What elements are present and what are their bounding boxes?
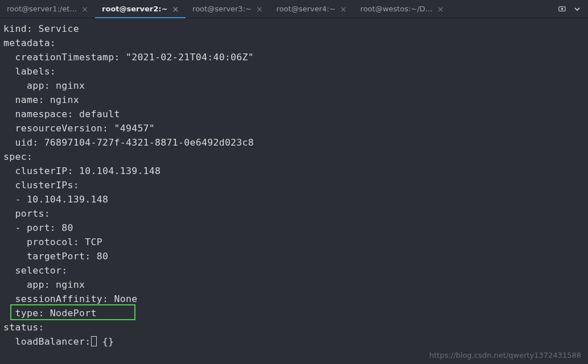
tab-label: root@westos:~/D… (360, 5, 433, 13)
tab-server3[interactable]: root@server3:~ × (186, 0, 270, 18)
tab-server4[interactable]: root@server4:~ × (270, 0, 354, 18)
terminal-line: app: nginx (3, 78, 585, 93)
tab-westos[interactable]: root@westos:~/D… × (353, 0, 451, 18)
terminal-line: app: nginx (3, 278, 585, 292)
cursor (91, 336, 97, 346)
right-icons (558, 5, 588, 13)
close-icon[interactable]: × (437, 5, 444, 13)
terminal-line: resourceVersion: "49457" (3, 121, 585, 135)
tab-label: root@server4:~ (277, 5, 336, 13)
terminal-line: clusterIP: 10.104.139.148 (3, 164, 585, 178)
dropdown-icon[interactable] (574, 6, 580, 12)
terminal-line: status: (3, 320, 585, 334)
close-icon[interactable]: × (172, 5, 179, 13)
broadcast-icon[interactable] (558, 5, 566, 13)
tab-bar: root@server1:/et… × root@server2:~ × roo… (0, 0, 588, 18)
terminal-line: - port: 80 (3, 221, 585, 235)
terminal-content[interactable]: kind: Servicemetadata: creationTimestamp… (0, 18, 588, 352)
terminal-line: ports: (3, 206, 585, 221)
terminal-line: type: NodePort (3, 306, 585, 320)
watermark: https://blog.csdn.net/qwerty1372431588 (429, 351, 581, 359)
terminal-line: protocol: TCP (3, 235, 585, 249)
close-icon[interactable]: × (340, 5, 347, 13)
terminal-line: creationTimestamp: "2021-02-21T04:40:06Z… (3, 50, 585, 64)
terminal-line: labels: (3, 64, 585, 78)
terminal-line: selector: (3, 263, 585, 278)
terminal-line: loadBalancer: {} (3, 334, 585, 349)
tab-server1[interactable]: root@server1:/et… × (0, 0, 95, 18)
terminal-line: metadata: (3, 36, 585, 50)
close-icon[interactable]: × (256, 5, 263, 13)
terminal-line: name: nginx (3, 93, 585, 107)
tab-label: root@server2:~ (102, 5, 167, 13)
terminal-line: targetPort: 80 (3, 249, 585, 263)
tab-server2[interactable]: root@server2:~ × (95, 0, 186, 18)
terminal-line: namespace: default (3, 107, 585, 121)
tab-label: root@server1:/et… (7, 5, 77, 13)
terminal-line: spec: (3, 150, 585, 164)
terminal-line: uid: 76897104-727f-4321-8871-0e6492d023c… (3, 135, 585, 150)
svg-point-1 (561, 8, 563, 10)
terminal-line: clusterIPs: (3, 178, 585, 192)
terminal-line: sessionAffinity: None (3, 292, 585, 306)
terminal-line: kind: Service (3, 22, 585, 36)
tab-label: root@server3:~ (192, 5, 252, 13)
close-icon[interactable]: × (81, 5, 88, 13)
terminal-line: - 10.104.139.148 (3, 192, 585, 206)
